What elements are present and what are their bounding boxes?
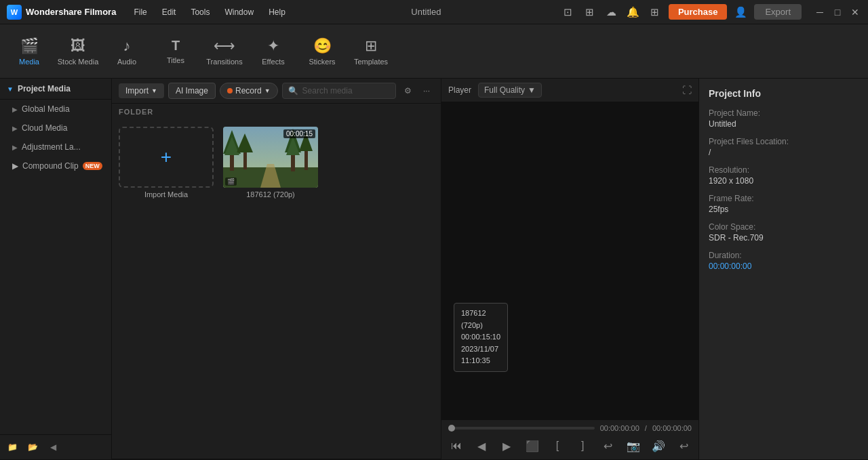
sidebar-item-cloud-media[interactable]: ▶ Cloud Media (0, 119, 111, 138)
close-button[interactable]: ✕ (849, 6, 861, 18)
progress-handle[interactable] (448, 425, 455, 432)
folder-icon[interactable]: 📂 (24, 439, 41, 455)
center-panel: Import ▼ AI Image Record ▼ 🔍 Search medi… (112, 79, 441, 459)
project-files-label: Project Files Location: (709, 137, 859, 146)
tool-audio[interactable]: ♪ Audio (103, 28, 151, 75)
stickers-icon: 😊 (313, 37, 332, 55)
media-tooltip: 187612 (720p) 00:00:15:10 2023/11/07 11:… (454, 303, 508, 372)
player-fullscreen-icon[interactable]: ⛶ (682, 85, 692, 96)
mark-out-button[interactable]: ] (575, 436, 591, 455)
player-header: Player Full Quality ▼ ⛶ (441, 79, 698, 102)
arrow-icon: ▶ (12, 144, 18, 151)
menu-help[interactable]: Help (262, 5, 292, 20)
duration-row: Duration: 00:00:00:00 (709, 251, 859, 271)
progress-bar[interactable] (448, 427, 595, 430)
transitions-icon: ⟷ (214, 37, 235, 55)
media-grid: + Import Media (112, 120, 441, 459)
sidebar-item-global-media[interactable]: ▶ Global Media (0, 100, 111, 119)
ai-image-button[interactable]: AI Image (168, 83, 216, 99)
tool-media[interactable]: 🎬 Media (5, 28, 53, 75)
mark-in-button[interactable]: [ (549, 436, 565, 455)
volume-button[interactable]: 🔊 (650, 436, 666, 455)
project-media-label: Project Media (18, 84, 71, 93)
tool-stock-media-label: Stock Media (58, 58, 99, 66)
menu-window[interactable]: Window (218, 5, 260, 20)
resolution-row: Resolution: 1920 x 1080 (709, 165, 859, 186)
tool-templates-label: Templates (354, 58, 388, 66)
duration-value: 00:00:00:00 (709, 262, 859, 271)
sidebar-item-compound-clip[interactable]: ▶ Compound Clip NEW (0, 156, 111, 175)
snapshot-button[interactable]: 📷 (625, 436, 641, 455)
import-media-label: Import Media (144, 190, 188, 198)
menu-edit[interactable]: Edit (155, 5, 183, 20)
tooltip-line2: 00:00:15:10 (461, 331, 500, 343)
stop-button[interactable]: ⬛ (524, 436, 540, 455)
frame-rate-label: Frame Rate: (709, 194, 859, 203)
more-icon[interactable]: ··· (419, 83, 434, 98)
tool-titles[interactable]: T Titles (152, 28, 199, 75)
media-area: Import ▼ AI Image Record ▼ 🔍 Search medi… (112, 79, 441, 459)
record-dropdown-icon: ▼ (264, 87, 271, 94)
cloud-media-label: Cloud Media (22, 123, 67, 133)
minimize-button[interactable]: ─ (814, 6, 826, 18)
bell-icon[interactable]: 🔔 (625, 4, 642, 20)
resolution-value: 1920 x 1080 (709, 176, 859, 186)
grid-icon[interactable]: ⊞ (582, 4, 598, 20)
tool-stickers-label: Stickers (309, 58, 335, 66)
export-button[interactable]: Export (754, 4, 802, 20)
maximize-button[interactable]: □ (831, 6, 844, 18)
project-files-value: / (709, 148, 859, 157)
loop-button[interactable]: ↩ (600, 436, 616, 455)
menu-file[interactable]: File (127, 5, 153, 20)
project-info-panel: Project Info Project Name: Untitled Proj… (698, 79, 868, 459)
filter-icon[interactable]: ⚙ (400, 83, 415, 98)
frame-rate-value: 25fps (709, 205, 859, 214)
import-button[interactable]: Import ▼ (119, 83, 164, 98)
thumb-duration: 00:00:15 (283, 129, 315, 138)
skip-back-button[interactable]: ⏮ (448, 436, 464, 455)
record-label: Record (235, 86, 262, 96)
import-placeholder[interactable]: + (119, 127, 214, 188)
thumb-image: 00:00:15 🎬 (223, 127, 318, 188)
window-controls: ─ □ ✕ (814, 6, 861, 18)
cloud-icon[interactable]: ☁ (604, 4, 620, 20)
tool-stickers[interactable]: 😊 Stickers (298, 28, 346, 75)
apps-icon[interactable]: ⊞ (647, 4, 663, 20)
import-placeholder-container: + Import Media (119, 127, 214, 452)
record-button[interactable]: Record ▼ (220, 83, 278, 99)
sidebar-item-adjustment-layers[interactable]: ▶ Adjustment La... (0, 138, 111, 156)
arrow-icon: ▶ (12, 125, 18, 132)
tool-templates[interactable]: ⊞ Templates (347, 28, 395, 75)
app-name: Wondershare Filmora (26, 7, 116, 17)
settings-button[interactable]: ↩ (676, 436, 692, 455)
current-time: 00:00:00:00 (600, 424, 639, 432)
collapse-icon[interactable]: ◀ (45, 439, 61, 455)
user-icon[interactable]: 👤 (732, 4, 749, 20)
tool-effects-label: Effects (262, 58, 284, 66)
arrow-icon: ▶ (12, 161, 18, 171)
color-space-value: SDR - Rec.709 (709, 233, 859, 243)
play-button[interactable]: ▶ (499, 436, 515, 455)
search-box[interactable]: 🔍 Search media (282, 83, 396, 99)
main-toolbar: 🎬 Media 🖼 Stock Media ♪ Audio T Titles ⟷… (0, 24, 868, 79)
menu-tools[interactable]: Tools (184, 5, 216, 20)
media-icon: 🎬 (20, 37, 39, 55)
media-thumb-forest[interactable]: 00:00:15 🎬 187612 (720p) 187612 (720p) 0… (223, 127, 318, 452)
duration-label: Duration: (709, 251, 859, 260)
thumb-overlay-icon: 🎬 (225, 177, 237, 186)
tool-stock-media[interactable]: 🖼 Stock Media (54, 28, 102, 75)
tool-transitions[interactable]: ⟷ Transitions (201, 28, 248, 75)
main-layout: ▼ Project Media ▶ Global Media ▶ Cloud M… (0, 79, 868, 459)
topbar: W Wondershare Filmora File Edit Tools Wi… (0, 0, 868, 24)
step-back-button[interactable]: ◀ (473, 436, 489, 455)
purchase-button[interactable]: Purchase (669, 4, 728, 20)
window-title: Untitled (292, 7, 560, 17)
new-folder-icon[interactable]: 📁 (4, 439, 20, 455)
monitor-icon[interactable]: ⊡ (560, 4, 576, 20)
tooltip-line1: 187612 (720p) (461, 308, 500, 331)
frame-rate-row: Frame Rate: 25fps (709, 194, 859, 214)
tool-effects[interactable]: ✦ Effects (250, 28, 297, 75)
folder-label: FOLDER (112, 104, 441, 120)
quality-select[interactable]: Full Quality ▼ (478, 83, 542, 98)
menu-bar: File Edit Tools Window Help (127, 5, 292, 20)
